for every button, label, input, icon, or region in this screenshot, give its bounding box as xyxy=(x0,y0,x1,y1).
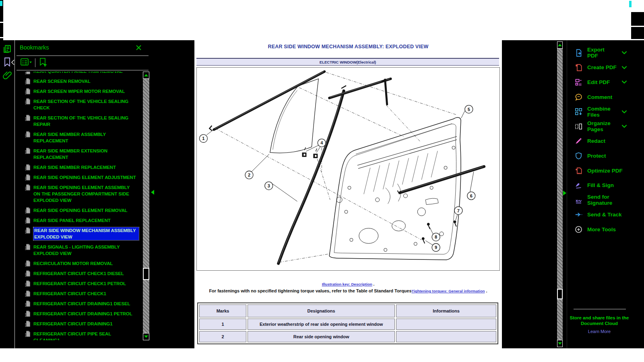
list-item[interactable]: REAR SIDE OPENING ELEMENT REMOVAL xyxy=(25,207,142,214)
send-signature-icon xyxy=(575,196,582,204)
scrollbar-thumb[interactable] xyxy=(143,268,149,280)
page-title: REAR SIDE WINDOW MECHANISM ASSEMBLY: EXP… xyxy=(194,44,502,49)
list-item[interactable]: REAR SIDE MEMBER REPLACEMENT xyxy=(25,164,142,171)
bookmark-page-icon xyxy=(25,300,31,307)
learn-more-link[interactable]: Learn More xyxy=(568,329,631,334)
illustration-key-link[interactable]: Illustration key: Description xyxy=(322,282,372,286)
bookmark-page-icon xyxy=(25,184,31,191)
list-item[interactable]: REFRIGERANT CIRCUIT PIPE SEAL CLEANING1 xyxy=(25,331,142,340)
svg-text:7: 7 xyxy=(457,208,460,213)
tool-optimize-pdf[interactable]: Optimize PDF xyxy=(568,163,631,178)
list-item[interactable]: REFRIGERANT CIRCUIT DRAINING1 xyxy=(25,321,142,327)
svg-text:9: 9 xyxy=(435,245,437,250)
list-item[interactable]: REFRIGERANT CIRCUIT CHECK1 DIESEL xyxy=(25,270,142,277)
tool-send-for-signature[interactable]: Send for Signature xyxy=(568,193,631,208)
page-thumbnails-icon[interactable] xyxy=(2,44,12,54)
expand-panel-arrow-icon[interactable] xyxy=(563,191,566,195)
close-icon[interactable] xyxy=(136,45,142,51)
marks-table: Marks Designations Informations 1 Exteri… xyxy=(197,302,498,344)
tool-fill-sign[interactable]: Fill & Sign xyxy=(568,178,631,193)
bookmarks-scrollbar[interactable] xyxy=(143,79,149,333)
collapse-panel-arrow-icon[interactable] xyxy=(151,190,154,195)
bookmark-page-icon xyxy=(25,311,31,317)
left-edge-gap xyxy=(0,22,3,23)
combine-files-icon xyxy=(575,108,582,115)
list-item[interactable]: REAR SECTION OF THE VEHICLE SEALING REPA… xyxy=(25,115,142,128)
tool-create-pdf[interactable]: Create PDF xyxy=(568,60,631,75)
bookmarks-list: REAR QUARTER PANEL TRIM REMOVAL REAR SCR… xyxy=(25,72,142,340)
tool-export-pdf[interactable]: Export PDF xyxy=(568,45,631,60)
list-item[interactable]: REAR SIDE MEMBER ASSEMBLY REPLACEMENT xyxy=(25,131,142,144)
bookmark-page-icon xyxy=(25,321,31,327)
fill-sign-icon xyxy=(575,181,582,189)
tightening-torques-link[interactable]: Tightening torques: General information xyxy=(412,289,485,293)
panel-divider xyxy=(17,70,149,70)
torque-note-text: For fastenings with no specified tighten… xyxy=(209,288,411,293)
scrollbar-thumb[interactable] xyxy=(557,289,563,299)
acrobat-window: Bookmarks xyxy=(0,0,644,362)
list-item[interactable]: REFRIGERANT CIRCUIT CHECK1 xyxy=(25,290,142,297)
list-item[interactable]: REFRIGERANT CIRCUIT DRAINING1 PETROL xyxy=(25,311,142,317)
tool-comment[interactable]: Comment xyxy=(568,90,631,105)
scroll-down-button[interactable] xyxy=(557,340,563,347)
svg-text:1: 1 xyxy=(202,136,204,141)
chevron-down-icon[interactable] xyxy=(621,123,627,129)
list-item-clipped[interactable]: REAR QUARTER PANEL TRIM REMOVAL xyxy=(25,72,142,74)
list-item[interactable]: REAR SIDE MEMBER EXTENSION REPLACEMENT xyxy=(25,148,142,160)
tool-combine-files[interactable]: Combine Files xyxy=(568,104,631,119)
more-tools-icon xyxy=(575,226,582,233)
torque-note-line: For fastenings with no specified tighten… xyxy=(194,288,502,293)
scroll-down-button[interactable] xyxy=(143,333,149,340)
list-item[interactable]: REAR SIDE OPENING ELEMENT ASSEMBLY ON TH… xyxy=(25,184,142,204)
list-item[interactable]: REAR SIDE PANEL REPLACEMENT xyxy=(25,217,142,224)
tool-protect[interactable]: Protect xyxy=(568,148,631,163)
scroll-up-button[interactable] xyxy=(143,72,149,79)
exploded-view-illustration: 1 2 3 4 5 6 7 8 9 xyxy=(196,67,500,271)
attachments-icon[interactable] xyxy=(2,71,12,80)
organize-pages-icon xyxy=(575,123,582,130)
bookmark-page-icon xyxy=(25,98,31,105)
bottom-blank-band xyxy=(0,348,644,362)
list-item[interactable]: REAR SIGNALS - LIGHTING ASSEMBLY EXPLODE… xyxy=(25,244,142,257)
tool-more-tools[interactable]: More Tools xyxy=(568,222,631,237)
new-bookmark-icon[interactable] xyxy=(38,58,49,67)
table-row: 1 Exterior weatherstrip of rear side ope… xyxy=(199,319,496,330)
options-menu-icon[interactable] xyxy=(21,58,32,67)
list-item[interactable]: REFRIGERANT CIRCUIT CHECK1 PETROL xyxy=(25,280,142,287)
part-weatherstrip xyxy=(206,72,324,135)
tool-organize-pages[interactable]: Organize Pages xyxy=(568,119,631,134)
bookmark-page-icon xyxy=(25,290,31,297)
bookmark-page-icon xyxy=(25,227,31,234)
list-item[interactable]: REAR SCREEN WIPER MOTOR REMOVAL xyxy=(25,88,142,95)
table-header-informations: Informations xyxy=(396,304,496,317)
pdf-page: REAR SIDE WINDOW MECHANISM ASSEMBLY: EXP… xyxy=(194,40,502,348)
tool-send-track[interactable]: Send & Track xyxy=(568,208,631,222)
svg-text:3: 3 xyxy=(268,183,270,188)
list-item[interactable]: RECIRCULATION MOTOR REMOVAL xyxy=(25,260,142,267)
bookmark-page-icon xyxy=(25,78,31,84)
chevron-down-icon[interactable] xyxy=(621,65,627,70)
bookmark-page-icon xyxy=(25,164,31,171)
bookmarks-panel-title: Bookmarks xyxy=(20,44,49,51)
bookmark-page-icon xyxy=(25,244,31,250)
list-item[interactable]: REAR SECTION OF THE VEHICLE SEALING CHEC… xyxy=(25,98,142,111)
svg-text:2: 2 xyxy=(248,173,250,177)
part-guide-rail xyxy=(272,86,346,263)
part-upper-molding xyxy=(329,79,390,105)
chevron-down-icon[interactable] xyxy=(621,109,627,115)
list-item[interactable]: REAR SCREEN REMOVAL xyxy=(25,78,142,84)
tool-edit-pdf[interactable]: Edit PDF xyxy=(568,75,631,90)
list-item-selected[interactable]: REAR SIDE WINDOW MECHANISM ASSEMBLY EXPL… xyxy=(25,227,142,240)
chevron-down-icon[interactable] xyxy=(621,79,627,85)
tool-redact[interactable]: Redact xyxy=(568,134,631,149)
table-row: 2 Rear side opening window xyxy=(199,331,496,342)
bookmark-page-icon xyxy=(25,280,31,287)
list-item[interactable]: REFRIGERANT CIRCUIT DRAINING1 DIESEL xyxy=(25,300,142,307)
list-item[interactable]: REAR SIDE OPENING ELEMENT ADJUSTMENT xyxy=(25,174,142,181)
bookmark-page-icon xyxy=(25,331,31,337)
svg-text:4: 4 xyxy=(320,140,323,145)
panel-divider xyxy=(17,56,149,56)
bookmarks-panel: Bookmarks xyxy=(15,40,150,348)
chevron-down-icon[interactable] xyxy=(621,50,627,56)
scroll-up-button[interactable] xyxy=(557,41,563,49)
